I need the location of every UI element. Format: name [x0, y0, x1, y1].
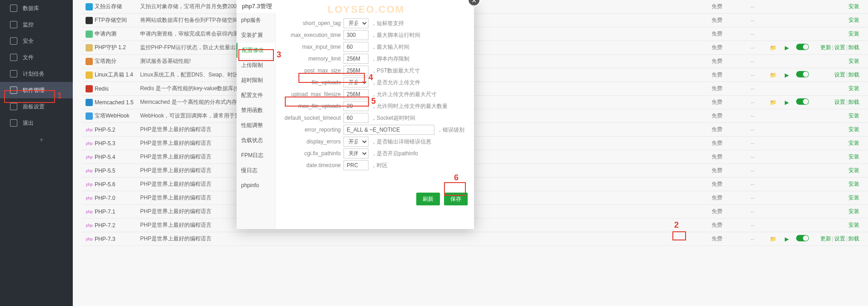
form-label: display_errors: [282, 138, 343, 145]
input-upload_max_filesize[interactable]: [343, 89, 368, 99]
form-row: max_execution_time，最大脚本运行时间: [282, 29, 468, 41]
modal-tab-4[interactable]: 超时限制: [237, 73, 275, 88]
form-label: default_socket_timeout: [282, 115, 343, 121]
form-hint: ，最大脚本运行时间: [371, 31, 420, 39]
save-button[interactable]: 保存: [444, 193, 468, 205]
form-label: error_reporting: [282, 127, 343, 133]
anno-5: 5: [371, 97, 376, 106]
form-row: error_reporting，错误级别: [282, 124, 468, 136]
input-display_errors[interactable]: 开启: [343, 137, 368, 147]
form-label: short_open_tag: [282, 20, 343, 26]
form-row: short_open_tag开启，短标签支持: [282, 17, 468, 29]
input-post_max_size[interactable]: [343, 66, 368, 76]
form-hint: ，是否允许上传文件: [371, 79, 420, 87]
input-max_file_uploads[interactable]: [343, 101, 368, 111]
form-label: memory_limit: [282, 56, 343, 62]
form-row: display_errors开启，是否输出详细错误信息: [282, 136, 468, 148]
anno-1: 1: [57, 91, 62, 101]
form-label: post_max_size: [282, 67, 343, 74]
input-short_open_tag[interactable]: 开启: [343, 18, 368, 28]
form-label: date.timezone: [282, 162, 343, 168]
modal-tabs: php服务安装扩展配置修改上传限制超时限制配置文件禁用函数性能调整负载状态FPM…: [237, 13, 276, 229]
anno-3: 3: [277, 50, 281, 60]
modal-tab-10[interactable]: 慢日志: [237, 163, 275, 178]
input-max_execution_time[interactable]: [343, 30, 368, 40]
form-row: max_input_time，最大输入时间: [282, 41, 468, 53]
modal-tab-8[interactable]: 负载状态: [237, 133, 275, 148]
form-hint: ，PST数据最大尺寸: [371, 67, 420, 75]
form-label: file_uploads: [282, 79, 343, 86]
modal-tab-0[interactable]: php服务: [237, 13, 275, 28]
form-hint: ，时区: [371, 162, 388, 169]
input-cgi.fix_pathinfo[interactable]: 关闭: [343, 148, 368, 158]
anno-2: 2: [674, 220, 679, 230]
input-file_uploads[interactable]: 开启: [343, 77, 368, 87]
form-hint: ，允许上传文件的最大尺寸: [371, 91, 437, 98]
modal-content: short_open_tag开启，短标签支持max_execution_time…: [276, 13, 474, 229]
form-row: date.timezone，时区: [282, 159, 468, 171]
anno-4: 4: [368, 73, 373, 82]
input-default_socket_timeout[interactable]: [343, 113, 368, 123]
input-error_reporting[interactable]: [343, 125, 434, 135]
form-hint: ，是否开启pathinfo: [371, 150, 418, 158]
form-hint: ，短标签支持: [371, 20, 404, 27]
modal-tab-3[interactable]: 上传限制: [237, 58, 275, 73]
modal-tab-2[interactable]: 配置修改: [237, 43, 275, 58]
modal-tab-6[interactable]: 禁用函数: [237, 103, 275, 118]
input-date.timezone[interactable]: [343, 160, 368, 170]
form-label: cgi.fix_pathinfo: [282, 150, 343, 157]
form-row: file_uploads开启，是否允许上传文件: [282, 76, 468, 88]
form-label: max_file_uploads: [282, 103, 343, 109]
modal-tab-9[interactable]: FPM日志: [237, 148, 275, 163]
form-row: cgi.fix_pathinfo关闭，是否开启pathinfo: [282, 148, 468, 159]
form-hint: ，最大输入时间: [371, 43, 409, 51]
modal-tab-11[interactable]: phpinfo: [237, 178, 275, 193]
form-hint: ，Socket超时时间: [371, 114, 415, 122]
form-hint: ，允许同时上传文件的最大数量: [371, 102, 448, 110]
form-row: memory_limit，脚本内存限制: [282, 53, 468, 65]
modal-tab-5[interactable]: 配置文件: [237, 88, 275, 103]
watermark: LOYSEO.COM: [328, 4, 404, 15]
refresh-button[interactable]: 刷新: [416, 193, 440, 205]
form-label: max_input_time: [282, 44, 343, 50]
form-hint: ，是否输出详细错误信息: [371, 138, 431, 146]
form-row: default_socket_timeout，Socket超时时间: [282, 112, 468, 124]
form-hint: ，脚本内存限制: [371, 55, 409, 63]
php-manage-modal: × php7.3管理 php服务安装扩展配置修改上传限制超时限制配置文件禁用函数…: [237, 0, 474, 229]
modal-tab-1[interactable]: 安装扩展: [237, 28, 275, 43]
form-row: post_max_size，PST数据最大尺寸: [282, 65, 468, 76]
form-label: max_execution_time: [282, 32, 343, 38]
input-memory_limit[interactable]: [343, 54, 368, 64]
form-hint: ，错误级别: [437, 126, 464, 134]
anno-6: 6: [454, 173, 459, 183]
input-max_input_time[interactable]: [343, 42, 368, 52]
modal-tab-7[interactable]: 性能调整: [237, 118, 275, 133]
form-label: upload_max_filesize: [282, 91, 343, 97]
